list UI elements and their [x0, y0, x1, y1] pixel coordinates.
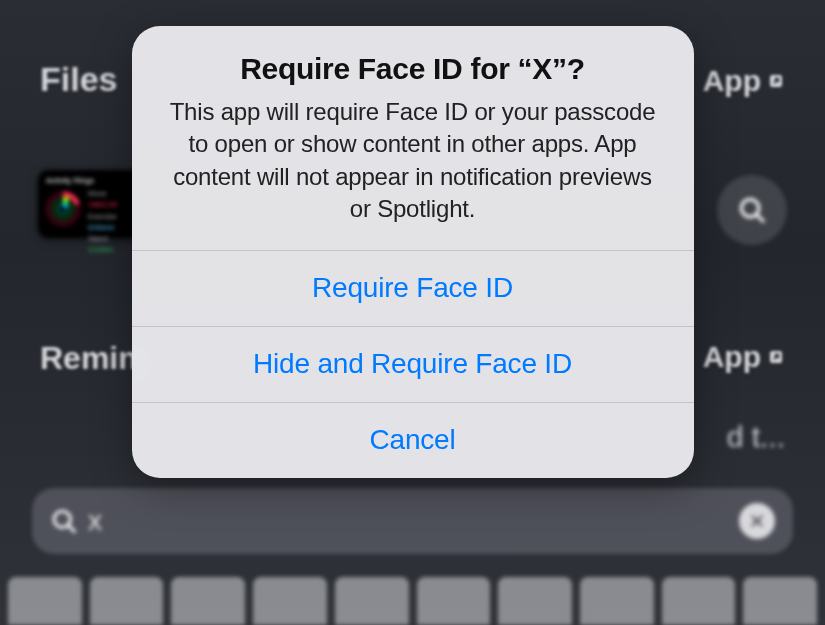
- keyboard-key[interactable]: [171, 577, 245, 625]
- keyboard-key[interactable]: [743, 577, 817, 625]
- exercise-label: Exercise: [88, 211, 117, 222]
- truncated-result-text: d t...: [727, 420, 785, 454]
- section-label-reminders: Remin: [40, 340, 138, 377]
- widget-title: Activity Rings: [46, 176, 135, 185]
- keyboard-key[interactable]: [335, 577, 409, 625]
- keyboard-key[interactable]: [8, 577, 82, 625]
- keyboard-key[interactable]: [580, 577, 654, 625]
- external-link-icon: [767, 72, 785, 90]
- exercise-value: 0/30min: [88, 222, 117, 233]
- app-label-2: App: [703, 340, 761, 374]
- section-label-files: Files: [40, 60, 117, 99]
- require-face-id-button[interactable]: Require Face ID: [132, 250, 694, 326]
- alert-title: Require Face ID for “X”?: [166, 52, 660, 86]
- stand-value: 1/12hrs: [88, 244, 117, 255]
- app-label-1: App: [703, 64, 761, 98]
- move-value: 190/2,50: [88, 199, 117, 210]
- cancel-button[interactable]: Cancel: [132, 402, 694, 478]
- keyboard-key[interactable]: [253, 577, 327, 625]
- external-link-icon: [767, 348, 785, 366]
- keyboard-key[interactable]: [498, 577, 572, 625]
- activity-rings-widget: Activity Rings Move 190/2,50 Exercise 0/…: [38, 170, 143, 238]
- svg-line-8: [757, 215, 763, 221]
- alert-message: This app will require Face ID or your pa…: [166, 96, 660, 226]
- activity-rings-icon: [44, 190, 82, 228]
- search-button-circle[interactable]: [717, 175, 787, 245]
- search-icon: [737, 195, 767, 225]
- clear-search-button[interactable]: [739, 503, 775, 539]
- search-query-text: x: [88, 505, 102, 537]
- close-icon: [748, 512, 766, 530]
- search-icon: [50, 507, 78, 535]
- keyboard-key[interactable]: [90, 577, 164, 625]
- svg-line-11: [69, 526, 75, 532]
- section-label-app-1: App: [703, 64, 785, 98]
- move-label: Move: [88, 188, 117, 199]
- section-label-app-2: App: [703, 340, 785, 374]
- keyboard-key[interactable]: [417, 577, 491, 625]
- alert-header: Require Face ID for “X”? This app will r…: [132, 26, 694, 250]
- stand-label: Stand: [88, 233, 117, 244]
- keyboard-row: [0, 577, 825, 625]
- hide-and-require-face-id-button[interactable]: Hide and Require Face ID: [132, 326, 694, 402]
- require-face-id-alert: Require Face ID for “X”? This app will r…: [132, 26, 694, 478]
- keyboard-key[interactable]: [662, 577, 736, 625]
- activity-stats: Move 190/2,50 Exercise 0/30min Stand 1/1…: [88, 188, 117, 256]
- spotlight-search-bar[interactable]: x: [32, 488, 793, 554]
